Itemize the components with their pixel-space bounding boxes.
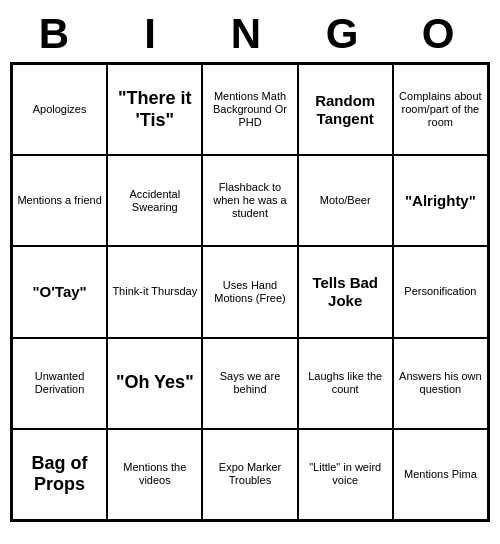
bingo-cell-3: Random Tangent bbox=[298, 64, 393, 155]
bingo-cell-21: Mentions the videos bbox=[107, 429, 202, 520]
title-letter-g: G bbox=[298, 10, 394, 58]
bingo-cell-6: Accidental Swearing bbox=[107, 155, 202, 246]
bingo-cell-16: "Oh Yes" bbox=[107, 338, 202, 429]
bingo-cell-11: Think-it Thursday bbox=[107, 246, 202, 337]
bingo-cell-24: Mentions Pima bbox=[393, 429, 488, 520]
bingo-cell-23: "Little" in weird voice bbox=[298, 429, 393, 520]
bingo-cell-15: Unwanted Derivation bbox=[12, 338, 107, 429]
bingo-cell-22: Expo Marker Troubles bbox=[202, 429, 297, 520]
bingo-title: B I N G O bbox=[10, 10, 490, 58]
bingo-cell-13: Tells Bad Joke bbox=[298, 246, 393, 337]
bingo-cell-18: Laughs like the count bbox=[298, 338, 393, 429]
bingo-cell-10: "O'Tay" bbox=[12, 246, 107, 337]
title-letter-b: B bbox=[10, 10, 106, 58]
bingo-cell-7: Flashback to when he was a student bbox=[202, 155, 297, 246]
bingo-cell-0: Apologizes bbox=[12, 64, 107, 155]
bingo-cell-17: Says we are behind bbox=[202, 338, 297, 429]
bingo-cell-20: Bag of Props bbox=[12, 429, 107, 520]
bingo-cell-19: Answers his own question bbox=[393, 338, 488, 429]
bingo-cell-8: Moto/Beer bbox=[298, 155, 393, 246]
bingo-cell-9: "Alrighty" bbox=[393, 155, 488, 246]
title-letter-i: I bbox=[106, 10, 202, 58]
bingo-grid: Apologizes"There it 'Tis"Mentions Math B… bbox=[10, 62, 490, 522]
bingo-cell-4: Complains about room/part of the room bbox=[393, 64, 488, 155]
title-letter-n: N bbox=[202, 10, 298, 58]
bingo-cell-5: Mentions a friend bbox=[12, 155, 107, 246]
bingo-cell-2: Mentions Math Background Or PHD bbox=[202, 64, 297, 155]
bingo-cell-1: "There it 'Tis" bbox=[107, 64, 202, 155]
title-letter-o: O bbox=[394, 10, 490, 58]
bingo-cell-14: Personification bbox=[393, 246, 488, 337]
bingo-cell-12: Uses Hand Motions (Free) bbox=[202, 246, 297, 337]
